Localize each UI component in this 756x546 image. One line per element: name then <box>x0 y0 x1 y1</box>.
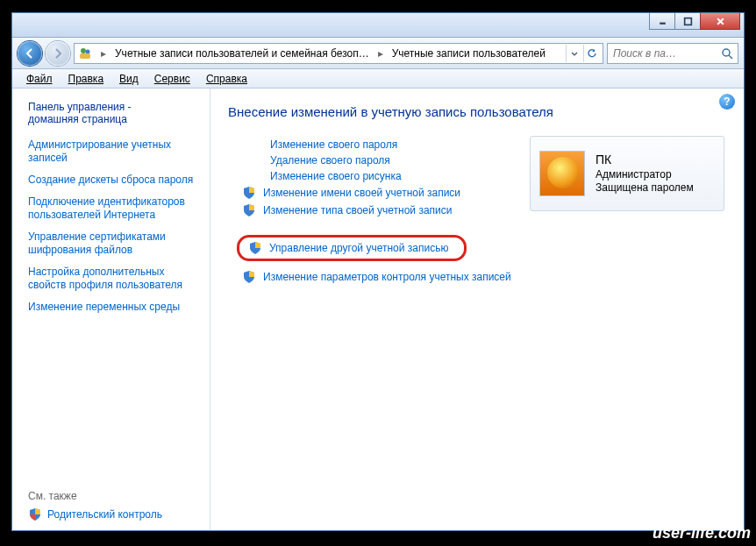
navbar: ▸ Учетные записи пользователей и семейна… <box>12 38 744 69</box>
breadcrumb-seg-1[interactable]: Учетные записи пользователей и семейная … <box>115 47 369 60</box>
task-link[interactable]: Изменение параметров контроля учетных за… <box>263 271 511 283</box>
shield-icon <box>242 203 256 217</box>
menu-tools[interactable]: Сервис <box>147 71 197 87</box>
sidebar-link[interactable]: Создание дискеты сброса пароля <box>28 174 199 187</box>
svg-point-3 <box>86 49 90 53</box>
task-link[interactable]: Удаление своего пароля <box>270 154 390 167</box>
shield-icon <box>248 241 262 255</box>
svg-rect-4 <box>80 53 90 59</box>
address-dropdown-button[interactable] <box>566 45 581 62</box>
account-card: ПК Администратор Защищена паролем <box>530 136 724 211</box>
main-content: ? Внесение изменений в учетную запись по… <box>210 89 744 530</box>
shield-icon <box>242 186 256 200</box>
search-input[interactable] <box>611 46 720 60</box>
account-role: Администратор <box>596 168 694 182</box>
shield-icon <box>28 507 42 521</box>
sidebar-link[interactable]: Изменение переменных среды <box>28 301 199 314</box>
users-icon <box>78 46 92 60</box>
sidebar-link[interactable]: Управление сертификатами шифрования файл… <box>28 230 199 257</box>
see-also-heading: См. также <box>28 490 199 502</box>
breadcrumb-seg-2[interactable]: Учетные записи пользователей <box>392 47 546 60</box>
help-button[interactable]: ? <box>719 94 735 110</box>
task-link[interactable]: Изменение имени своей учетной записи <box>263 187 460 199</box>
close-button[interactable] <box>700 13 740 30</box>
chevron-right-icon: ▸ <box>374 47 387 60</box>
shield-icon <box>242 270 256 284</box>
sidebar-heading[interactable]: Панель управления -домашняя страница <box>28 101 199 125</box>
parental-control-link[interactable]: Родительский контроль <box>47 508 162 521</box>
chevron-right-icon: ▸ <box>97 47 110 60</box>
task-manage-another-account[interactable]: Управление другой учетной записью <box>269 242 448 254</box>
menu-file[interactable]: Файл <box>19 71 60 87</box>
search-box[interactable] <box>607 43 738 64</box>
back-button[interactable] <box>18 41 42 66</box>
sidebar: Панель управления -домашняя страница Адм… <box>12 89 210 530</box>
task-link[interactable]: Изменение своего рисунка <box>270 170 402 182</box>
watermark: user-life.com <box>653 524 751 542</box>
control-panel-window: ▸ Учетные записи пользователей и семейна… <box>11 12 745 531</box>
forward-button[interactable] <box>46 41 70 66</box>
address-bar[interactable]: ▸ Учетные записи пользователей и семейна… <box>74 43 603 64</box>
page-title: Внесение изменений в учетную запись поль… <box>228 104 726 119</box>
svg-point-2 <box>81 48 86 53</box>
svg-line-6 <box>729 55 732 59</box>
svg-rect-1 <box>684 18 691 25</box>
sidebar-link[interactable]: Настройка дополнительных свойств профиля… <box>28 266 199 292</box>
titlebar <box>12 13 744 38</box>
highlighted-task: Управление другой учетной записью <box>237 235 467 261</box>
sidebar-link[interactable]: Подключение идентификаторов пользователе… <box>28 195 199 222</box>
menu-edit[interactable]: Правка <box>61 71 111 87</box>
menu-view[interactable]: Вид <box>112 71 146 87</box>
svg-point-5 <box>723 49 730 56</box>
menu-bar: Файл Правка Вид Сервис Справка <box>12 69 744 89</box>
avatar <box>539 151 585 196</box>
minimize-button[interactable] <box>649 13 675 30</box>
search-icon <box>720 46 734 60</box>
task-link[interactable]: Изменение своего пароля <box>270 138 397 151</box>
sidebar-link[interactable]: Администрирование учетных записей <box>28 138 199 165</box>
menu-help[interactable]: Справка <box>199 71 254 87</box>
maximize-button[interactable] <box>674 13 701 30</box>
task-link[interactable]: Изменение типа своей учетной записи <box>263 204 452 216</box>
account-name: ПК <box>596 152 694 167</box>
refresh-button[interactable] <box>583 45 599 62</box>
account-password-status: Защищена паролем <box>596 181 694 195</box>
